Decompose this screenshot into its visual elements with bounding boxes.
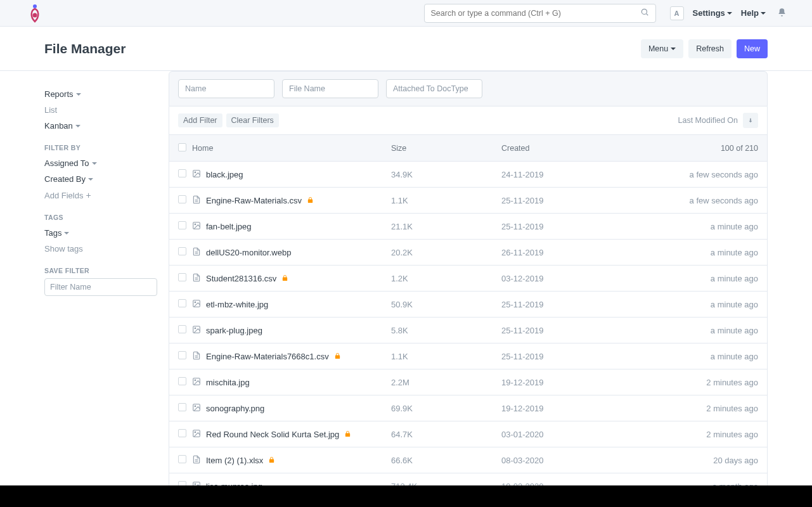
table-row[interactable]: Item (2) (1).xlsx66.6K08-03-202020 days … — [169, 447, 767, 473]
sidebar-item-kanban[interactable]: Kanban — [44, 118, 162, 134]
row-checkbox[interactable] — [178, 481, 186, 485]
row-checkbox[interactable] — [178, 299, 186, 307]
chevron-down-icon — [75, 125, 81, 127]
file-icon — [192, 455, 201, 466]
svg-point-29 — [195, 484, 196, 485]
chevron-down-icon — [76, 93, 81, 96]
file-name: Engine-Raw-Materials.csv — [206, 196, 302, 205]
row-checkbox[interactable] — [178, 325, 186, 333]
table-row[interactable]: fan-belt.jpeg21.1K25-11-2019a minute ago — [169, 214, 767, 240]
file-modified-ago: 2 minutes ago — [644, 378, 758, 387]
row-checkbox[interactable] — [178, 221, 186, 229]
sidebar-item-label: Reports — [44, 89, 74, 99]
lock-icon — [268, 456, 275, 465]
sidebar-item-reports[interactable]: Reports — [44, 86, 162, 102]
app-logo[interactable] — [28, 4, 42, 23]
col-header-size[interactable]: Size — [391, 144, 501, 153]
table-row[interactable]: Red Round Neck Solid Kurta Set.jpg64.7K0… — [169, 421, 767, 447]
row-checkbox[interactable] — [178, 377, 186, 385]
sidebar-item-show-tags[interactable]: Show tags — [44, 241, 162, 257]
row-checkbox[interactable] — [178, 169, 186, 177]
image-icon — [192, 429, 201, 440]
file-modified-ago: a minute ago — [644, 352, 758, 361]
menu-button-label: Menu — [648, 44, 668, 53]
table-row[interactable]: Student281316.csv1.2K03-12-2019a minute … — [169, 266, 767, 292]
filter-name-input[interactable] — [44, 278, 157, 296]
file-created: 26-11-2019 — [501, 248, 644, 257]
row-checkbox[interactable] — [178, 273, 186, 281]
table-row[interactable]: sonography.png69.9K19-12-20192 minutes a… — [169, 395, 767, 421]
table-row[interactable]: mischita.jpg2.2M19-12-20192 minutes ago — [169, 369, 767, 395]
menu-button[interactable]: Menu — [641, 39, 683, 58]
table-row[interactable]: dellUS20-monitor.webp20.2K26-11-2019a mi… — [169, 240, 767, 266]
col-header-home[interactable]: Home — [192, 144, 391, 153]
clear-filters-button[interactable]: Clear Filters — [226, 113, 279, 127]
topbar: A Settings Help — [0, 0, 812, 27]
refresh-button[interactable]: Refresh — [688, 39, 731, 58]
settings-menu[interactable]: Settings — [693, 8, 732, 18]
filter-name-field[interactable] — [178, 79, 274, 98]
table-row[interactable]: Engine-Raw-Materials7668c1.csv1.1K25-11-… — [169, 343, 767, 369]
help-menu[interactable]: Help — [741, 8, 766, 18]
notifications-icon[interactable] — [777, 8, 787, 19]
sidebar-item-assigned-to[interactable]: Assigned To — [44, 155, 162, 171]
sidebar-item-add-fields[interactable]: Add Fields + — [44, 187, 162, 203]
file-created: 08-03-2020 — [501, 456, 644, 465]
file-size: 21.1K — [391, 222, 501, 231]
sidebar-item-tags[interactable]: Tags — [44, 225, 162, 241]
row-checkbox[interactable] — [178, 351, 186, 359]
file-name: lisa-munroe.jpg — [206, 482, 262, 486]
sidebar-item-list[interactable]: List — [44, 102, 162, 118]
save-filter-label: SAVE FILTER — [44, 257, 162, 278]
file-size: 34.9K — [391, 170, 501, 179]
sort-by-label[interactable]: Last Modified On — [678, 116, 738, 125]
table-row[interactable]: Engine-Raw-Materials.csv1.1K25-11-2019a … — [169, 188, 767, 214]
file-size: 50.9K — [391, 300, 501, 309]
table-body: black.jpeg34.9K24-11-2019a few seconds a… — [169, 162, 768, 485]
table-row[interactable]: spark-plug.jpeg5.8K25-11-2019a minute ag… — [169, 318, 767, 343]
table-row[interactable]: lisa-munroe.jpg712.4K19-02-2020a month a… — [169, 473, 767, 485]
col-header-created[interactable]: Created — [501, 144, 644, 153]
new-button[interactable]: New — [737, 39, 768, 58]
file-name: Red Round Neck Solid Kurta Set.jpg — [206, 430, 339, 439]
search-input[interactable] — [431, 9, 640, 18]
table-row[interactable]: etl-mbz-white.jpg50.9K25-11-2019a minute… — [169, 292, 767, 318]
global-search[interactable] — [424, 4, 656, 23]
page-header: File Manager Menu Refresh New — [0, 27, 812, 71]
add-filter-button[interactable]: Add Filter — [178, 113, 222, 127]
sidebar-item-created-by[interactable]: Created By — [44, 171, 162, 187]
chevron-down-icon — [92, 162, 97, 165]
file-modified-ago: 2 minutes ago — [644, 430, 758, 439]
row-checkbox[interactable] — [178, 195, 186, 203]
file-size: 64.7K — [391, 430, 501, 439]
file-name: Item (2) (1).xlsx — [206, 456, 263, 465]
lock-icon — [334, 352, 341, 361]
file-icon — [192, 273, 201, 284]
row-checkbox[interactable] — [178, 455, 186, 463]
file-icon — [192, 247, 201, 258]
sidebar-item-label: Assigned To — [44, 158, 89, 168]
filter-filename-field[interactable] — [282, 79, 378, 98]
chevron-down-icon — [88, 178, 93, 181]
sort-direction-button[interactable] — [743, 113, 758, 128]
plus-icon: + — [86, 190, 91, 200]
file-modified-ago: a few seconds ago — [644, 170, 758, 179]
row-checkbox[interactable] — [178, 429, 186, 437]
row-checkbox[interactable] — [178, 247, 186, 255]
table-row[interactable]: black.jpeg34.9K24-11-2019a few seconds a… — [169, 162, 767, 188]
file-created: 19-12-2019 — [501, 378, 644, 387]
svg-point-5 — [195, 172, 196, 173]
svg-line-3 — [646, 14, 648, 16]
select-all-checkbox[interactable] — [178, 143, 186, 151]
file-size: 69.9K — [391, 404, 501, 413]
file-size: 20.2K — [391, 248, 501, 257]
file-name: spark-plug.jpeg — [206, 326, 262, 335]
row-checkbox[interactable] — [178, 403, 186, 411]
user-avatar[interactable]: A — [670, 6, 684, 20]
sidebar: Reports List Kanban FILTER BY Assigned T… — [44, 71, 169, 485]
file-created: 25-11-2019 — [501, 196, 644, 205]
image-icon — [192, 221, 201, 232]
file-size: 712.4K — [391, 482, 501, 486]
filter-doctype-field[interactable] — [386, 79, 482, 98]
file-name: Engine-Raw-Materials7668c1.csv — [206, 352, 329, 361]
